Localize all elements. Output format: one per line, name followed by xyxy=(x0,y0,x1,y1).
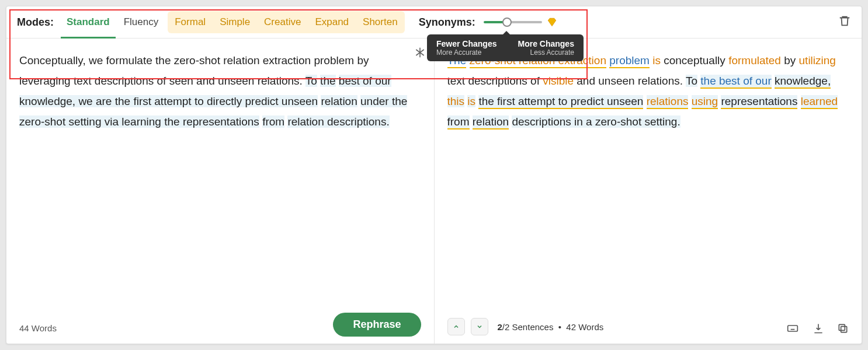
keyboard-icon[interactable] xyxy=(786,323,800,334)
panes: Conceptually, we formulate the zero-shot… xyxy=(6,38,862,344)
text-segment[interactable]: relation descriptions. xyxy=(287,116,389,128)
tab-expand[interactable]: Expand xyxy=(308,11,356,33)
text-segment[interactable]: and unseen relations. xyxy=(574,75,686,87)
next-sentence-button[interactable] xyxy=(471,318,488,335)
text-segment[interactable]: To xyxy=(305,75,317,87)
output-action-icons xyxy=(786,323,849,334)
output-pane: The zero-shot relation extraction proble… xyxy=(435,38,862,344)
text-segment[interactable]: using xyxy=(692,95,718,109)
text-segment[interactable]: relation xyxy=(321,95,357,107)
tab-shorten[interactable]: Shorten xyxy=(356,11,405,33)
output-footer: 2/2 Sentences • 42 Words xyxy=(447,318,604,335)
input-pane: Conceptually, we formulate the zero-shot… xyxy=(6,38,435,344)
text-segment[interactable]: from xyxy=(262,116,284,128)
output-text[interactable]: The zero-shot relation extraction proble… xyxy=(447,50,849,132)
text-segment[interactable]: visible xyxy=(543,75,574,87)
text-segment[interactable]: by xyxy=(781,54,799,66)
tab-formal[interactable]: Formal xyxy=(168,11,213,33)
text-segment[interactable]: problem xyxy=(609,54,650,68)
text-segment[interactable]: from xyxy=(447,116,470,130)
text-segment[interactable] xyxy=(797,95,800,107)
svg-rect-0 xyxy=(788,326,798,331)
tab-standard[interactable]: Standard xyxy=(60,6,117,38)
tab-creative[interactable]: Creative xyxy=(257,11,308,33)
download-icon[interactable] xyxy=(813,323,824,334)
synonyms-section: Synonyms: xyxy=(419,16,557,29)
text-segment[interactable]: the best of our xyxy=(700,75,771,89)
text-segment[interactable]: the xyxy=(320,75,335,87)
rephrase-button[interactable]: Rephrase xyxy=(333,313,421,337)
svg-rect-1 xyxy=(841,327,847,332)
tooltip-left-title: Fewer Changes xyxy=(436,39,497,48)
text-segment[interactable] xyxy=(643,95,646,107)
text-segment[interactable] xyxy=(470,116,473,128)
input-text[interactable]: Conceptually, we formulate the zero-shot… xyxy=(19,50,421,132)
app-window: Modes: Standard Fluency Formal Simple Cr… xyxy=(6,6,862,344)
text-segment[interactable]: text descriptions of xyxy=(447,75,543,87)
text-segment[interactable]: To xyxy=(686,75,697,87)
text-segment[interactable]: the first attempt to predict unseen xyxy=(478,95,643,109)
text-segment[interactable]: utilizing xyxy=(799,54,836,66)
tooltip-left-sub: More Accurate xyxy=(436,48,497,57)
modes-label: Modes: xyxy=(17,16,54,29)
tooltip-left: Fewer Changes More Accurate xyxy=(436,39,497,57)
text-segment[interactable]: relations xyxy=(647,95,689,109)
text-segment[interactable] xyxy=(688,95,691,107)
synonyms-slider[interactable] xyxy=(484,21,542,23)
synonyms-tooltip: Fewer Changes More Accurate More Changes… xyxy=(427,34,584,61)
svg-rect-2 xyxy=(839,324,845,330)
diamond-icon xyxy=(547,17,557,27)
text-segment[interactable]: knowledge, xyxy=(775,75,831,89)
text-segment[interactable]: is xyxy=(467,95,475,107)
tab-fluency[interactable]: Fluency xyxy=(117,6,166,38)
toolbar: Modes: Standard Fluency Formal Simple Cr… xyxy=(6,6,862,38)
text-segment[interactable]: is xyxy=(652,54,661,66)
text-segment[interactable]: formulated xyxy=(728,54,781,66)
copy-icon[interactable] xyxy=(837,323,849,334)
tooltip-right: More Changes Less Accurate xyxy=(518,39,574,57)
tab-simple[interactable]: Simple xyxy=(213,11,257,33)
text-segment[interactable]: learned xyxy=(801,95,838,109)
text-segment[interactable]: representations xyxy=(721,95,797,109)
synonyms-label: Synonyms: xyxy=(419,16,475,29)
text-segment[interactable]: descriptions in a zero-shot setting. xyxy=(512,116,680,128)
slider-thumb[interactable] xyxy=(502,18,512,27)
text-segment[interactable]: relation xyxy=(473,116,509,130)
premium-tab-group: Formal Simple Creative Expand Shorten xyxy=(168,11,404,33)
trash-icon[interactable] xyxy=(838,15,851,27)
tooltip-right-title: More Changes xyxy=(518,39,574,48)
input-word-count: 44 Words xyxy=(19,323,57,333)
output-counts: 2/2 Sentences • 42 Words xyxy=(498,322,604,332)
freeze-icon[interactable] xyxy=(414,47,426,58)
prev-sentence-button[interactable] xyxy=(447,318,465,335)
mode-tabs: Standard Fluency Formal Simple Creative … xyxy=(60,6,405,38)
text-segment[interactable]: this xyxy=(447,95,465,107)
text-segment[interactable]: conceptually xyxy=(661,54,728,66)
tooltip-right-sub: Less Accurate xyxy=(518,48,574,57)
